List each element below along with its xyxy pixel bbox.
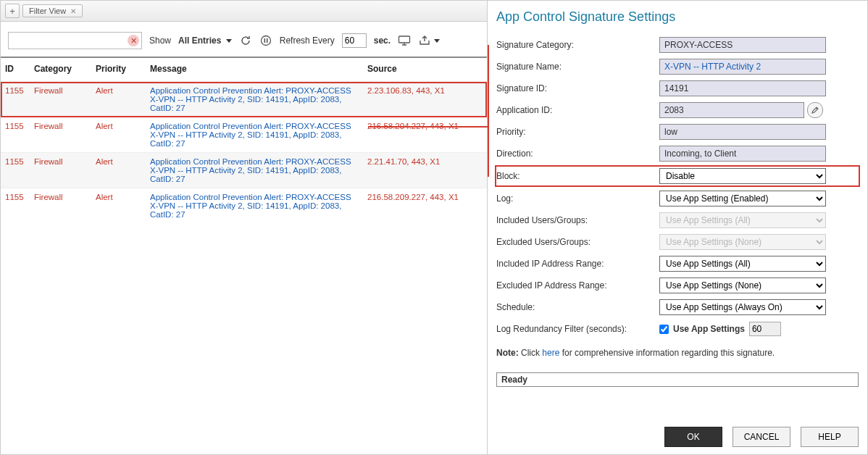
show-value: All Entries	[178, 36, 221, 46]
cancel-button[interactable]: CANCEL	[733, 427, 790, 447]
th-source[interactable]: Source	[363, 58, 487, 82]
cell-message[interactable]: Application Control Prevention Alert: PR…	[146, 188, 363, 224]
cell-message[interactable]: Application Control Prevention Alert: PR…	[146, 153, 363, 188]
svg-rect-3	[399, 36, 410, 43]
show-label: Show	[149, 36, 171, 46]
tab-filter-view[interactable]: Filter View ✕	[22, 4, 83, 17]
cell-priority: Alert	[91, 82, 146, 117]
log-panel: + Filter View ✕ ✕ Show All Entries Refr	[1, 1, 488, 454]
select-inc-ip[interactable]: Use App Settings (All)	[659, 256, 826, 272]
label-log-redundancy: Log Redundancy Filter (seconds):	[496, 324, 659, 334]
select-inc-users: Use App Settings (All)	[659, 212, 826, 228]
ok-button[interactable]: OK	[664, 427, 722, 447]
button-row: OK CANCEL HELP	[496, 427, 859, 447]
cell-category: Firewall	[30, 82, 91, 117]
refresh-every-label: Refresh Every	[280, 36, 335, 46]
th-message[interactable]: Message	[146, 58, 363, 82]
cell-id: 1155	[1, 188, 30, 224]
label-log: Log:	[496, 193, 659, 204]
status-bar: Ready	[496, 372, 859, 387]
row-sig-category: Signature Category:	[496, 36, 859, 54]
refresh-icon[interactable]	[239, 34, 252, 47]
cell-priority: Alert	[91, 153, 146, 188]
th-category[interactable]: Category	[30, 58, 91, 82]
export-chevron-icon[interactable]	[434, 39, 440, 43]
input-sig-name[interactable]	[659, 59, 826, 75]
row-direction: Direction:	[496, 145, 859, 162]
cell-id: 1155	[1, 82, 30, 117]
th-id[interactable]: ID	[1, 58, 30, 82]
export-icon[interactable]	[418, 34, 431, 47]
input-priority	[659, 124, 826, 140]
note-prefix: Note:	[496, 348, 519, 358]
row-inc-ip: Included IP Address Range: Use App Setti…	[496, 255, 859, 272]
note: Note: Click here for comprehensive infor…	[496, 348, 859, 358]
label-direction: Direction:	[496, 149, 659, 159]
note-click: Click	[519, 348, 543, 358]
label-block: Block:	[496, 171, 659, 181]
row-log: Log: Use App Setting (Enabled)	[496, 190, 859, 207]
settings-title: App Control Signature Settings	[496, 9, 859, 25]
add-tab-button[interactable]: +	[5, 4, 20, 18]
row-log-redundancy: Log Redundancy Filter (seconds): Use App…	[496, 320, 859, 338]
note-link[interactable]: here	[542, 348, 559, 358]
select-schedule[interactable]: Use App Settings (Always On)	[659, 299, 826, 315]
search-box: ✕	[8, 32, 142, 49]
row-exc-ip: Excluded IP Address Range: Use App Setti…	[496, 277, 859, 294]
table-row[interactable]: 1155FirewallAlertApplication Control Pre…	[1, 188, 487, 224]
cell-source: 216.58.209.227, 443, X1	[363, 188, 487, 224]
table-row[interactable]: 1155FirewallAlertApplication Control Pre…	[1, 153, 487, 188]
input-direction	[659, 146, 826, 162]
label-sig-category: Signature Category:	[496, 40, 659, 50]
label-sig-name: Signature Name:	[496, 62, 659, 72]
label-exc-ip: Excluded IP Address Range:	[496, 280, 659, 291]
table-row[interactable]: 1155FirewallAlertApplication Control Pre…	[1, 82, 487, 117]
refresh-interval-input[interactable]	[342, 33, 367, 48]
row-app-id: Application ID:	[496, 101, 859, 119]
cell-category: Firewall	[30, 153, 91, 188]
label-inc-users: Included Users/Groups:	[496, 215, 659, 225]
cell-message[interactable]: Application Control Prevention Alert: PR…	[146, 82, 363, 117]
connector-line-v	[488, 45, 489, 177]
row-sig-name: Signature Name:	[496, 58, 859, 75]
input-log-redundancy	[749, 322, 781, 336]
cell-category: Firewall	[30, 188, 91, 224]
search-input[interactable]	[8, 32, 142, 49]
row-priority: Priority:	[496, 123, 859, 141]
show-dropdown[interactable]: All Entries	[178, 36, 232, 46]
label-app-id: Application ID:	[496, 105, 659, 115]
table-row[interactable]: 1155FirewallAlertApplication Control Pre…	[1, 117, 487, 153]
th-priority[interactable]: Priority	[91, 58, 146, 82]
tab-label: Filter View	[29, 7, 66, 15]
cell-priority: Alert	[91, 188, 146, 224]
input-sig-id	[659, 80, 826, 96]
help-button[interactable]: HELP	[801, 427, 859, 447]
note-suffix: for comprehensive information regarding …	[559, 348, 775, 358]
close-icon[interactable]: ✕	[70, 7, 76, 15]
cell-message[interactable]: Application Control Prevention Alert: PR…	[146, 117, 363, 153]
row-exc-users: Excluded Users/Groups: Use App Settings …	[496, 233, 859, 251]
monitor-icon[interactable]	[398, 34, 411, 47]
cell-id: 1155	[1, 117, 30, 153]
chevron-down-icon	[226, 39, 232, 43]
label-exc-users: Excluded Users/Groups:	[496, 237, 659, 247]
svg-rect-1	[264, 38, 265, 43]
cell-category: Firewall	[30, 117, 91, 153]
row-inc-users: Included Users/Groups: Use App Settings …	[496, 212, 859, 229]
input-app-id	[659, 102, 804, 118]
cell-priority: Alert	[91, 117, 146, 153]
select-exc-ip[interactable]: Use App Settings (None)	[659, 277, 826, 293]
label-sig-id: Signature ID:	[496, 83, 659, 93]
label-priority: Priority:	[496, 127, 659, 137]
row-sig-id: Signature ID:	[496, 80, 859, 97]
select-log[interactable]: Use App Setting (Enabled)	[659, 191, 826, 206]
use-app-settings-label: Use App Settings	[673, 324, 745, 334]
edit-app-id-button[interactable]	[807, 102, 823, 118]
clear-search-icon[interactable]: ✕	[128, 35, 139, 46]
pause-icon[interactable]	[259, 34, 272, 47]
tab-bar: + Filter View ✕	[1, 1, 487, 22]
connector-line	[368, 126, 488, 128]
checkbox-use-app-settings[interactable]	[659, 325, 669, 334]
select-block[interactable]: Disable	[659, 168, 826, 184]
settings-panel: App Control Signature Settings Signature…	[488, 1, 867, 454]
